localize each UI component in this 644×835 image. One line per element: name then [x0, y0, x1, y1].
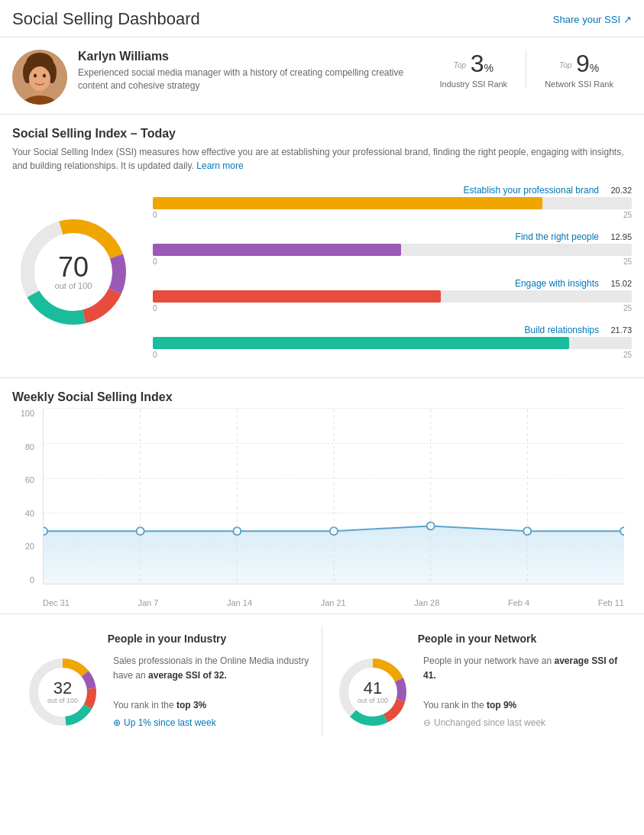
bar-fill-2 — [153, 244, 401, 256]
bar-fill-3 — [153, 290, 441, 303]
bar-label-1: Establish your professional brand — [153, 185, 599, 196]
svg-point-8 — [43, 74, 46, 78]
bar-value-4: 21.73 — [605, 325, 632, 335]
bar-axis-2: 025 — [153, 257, 632, 266]
y-label-20: 20 — [12, 542, 39, 551]
x-axis: Dec 31 Jan 7 Jan 14 Jan 21 Jan 28 Feb 4 … — [43, 598, 624, 607]
network-rank-stat: Top 9% Network SSI Rank — [526, 50, 632, 89]
network-change: ⊖ Unchanged since last week — [423, 716, 620, 730]
bar-axis-4: 025 — [153, 351, 632, 359]
bar-track-1 — [153, 197, 632, 209]
svg-point-5 — [29, 66, 50, 91]
profile-stats: Top 3% Industry SSI Rank Top 9% Network … — [421, 50, 632, 89]
bar-fill-4 — [153, 337, 569, 349]
gridline-80 — [44, 443, 624, 444]
share-ssi-label: Share your SSI — [553, 14, 620, 25]
x-label-3: Jan 21 — [321, 598, 346, 607]
ssi-today-section: Social Selling Index – Today Your Social… — [0, 115, 644, 378]
bar-axis-3: 025 — [153, 304, 632, 312]
page-header: Social Selling Dashboard Share your SSI … — [0, 0, 644, 37]
industry-comparison-content: 32 out of 100 Sales professionals in the… — [24, 654, 309, 730]
external-link-icon: ↗ — [623, 14, 632, 25]
y-label-60: 60 — [12, 475, 39, 484]
bar-label-3: Engage with insights — [153, 278, 599, 289]
bar-track-2 — [153, 244, 632, 256]
network-score: 41 — [358, 680, 388, 697]
gridline-60 — [44, 478, 624, 479]
share-ssi-link[interactable]: Share your SSI ↗ — [553, 14, 632, 25]
industry-donut-center: 32 out of 100 — [47, 680, 78, 704]
network-comparison-text: People in your network have an average S… — [423, 654, 620, 730]
industry-mini-donut: 32 out of 100 — [24, 654, 101, 730]
industry-rank-top-label: Top 3% — [439, 50, 507, 78]
network-comparison-title: People in your Network — [335, 633, 620, 645]
ssi-score: 70 — [55, 254, 92, 281]
up-circle-icon: ⊕ — [113, 716, 121, 730]
network-comparison: People in your Network 41 out of 100 — [322, 626, 632, 736]
x-label-0: Dec 31 — [43, 598, 70, 607]
ssi-description: Your Social Selling Index (SSI) measures… — [12, 145, 632, 173]
weekly-ssi-title: Weekly Social Selling Index — [12, 390, 632, 404]
ssi-bar-charts: Establish your professional brand 20.32 … — [153, 185, 632, 359]
main-donut-chart: 70 out of 100 — [12, 211, 134, 333]
network-description: People in your network have an average S… — [423, 654, 620, 683]
industry-comparison: People in your Industry 32 — [12, 626, 322, 736]
ssi-today-title: Social Selling Index – Today — [12, 127, 632, 141]
network-score-label: out of 100 — [358, 697, 388, 704]
bar-value-1: 20.32 — [605, 186, 632, 195]
bar-build-relationships: Build relationships 21.73 025 — [153, 325, 632, 359]
ssi-score-label: out of 100 — [55, 281, 92, 290]
weekly-ssi-section: Weekly Social Selling Index 0 20 40 60 8… — [0, 378, 644, 614]
industry-rank-number: 3 — [471, 50, 484, 77]
avatar — [12, 50, 67, 105]
y-label-80: 80 — [12, 442, 39, 451]
line-chart: 0 20 40 60 80 100 — [12, 409, 632, 607]
chart-body — [43, 409, 624, 584]
y-label-0: 0 — [12, 575, 39, 584]
industry-change-text: Up 1% since last week — [124, 716, 216, 730]
network-change-text: Unchanged since last week — [434, 716, 545, 730]
point-6 — [620, 527, 624, 535]
y-label-100: 100 — [12, 409, 39, 418]
network-rank-number: 9 — [576, 50, 590, 77]
point-0 — [44, 527, 47, 535]
x-label-5: Feb 4 — [508, 598, 529, 607]
x-label-1: Jan 7 — [138, 598, 158, 607]
bar-value-3: 15.02 — [605, 279, 632, 288]
industry-comparison-title: People in your Industry — [24, 633, 309, 645]
donut-center: 70 out of 100 — [55, 254, 92, 290]
network-donut-center: 41 out of 100 — [358, 680, 388, 704]
bar-label-4: Build relationships — [153, 325, 599, 335]
industry-score-label: out of 100 — [47, 697, 78, 704]
x-label-6: Feb 11 — [598, 598, 624, 607]
line-chart-svg — [44, 409, 624, 584]
bar-fill-1 — [153, 197, 542, 209]
industry-comparison-text: Sales professionals in the Online Media … — [113, 654, 309, 730]
industry-change: ⊕ Up 1% since last week — [113, 716, 309, 730]
bar-find-people: Find the right people 12.95 025 — [153, 231, 632, 266]
bar-establish-brand: Establish your professional brand 20.32 … — [153, 185, 632, 219]
profile-bio: Experienced social media manager with a … — [78, 66, 410, 92]
network-rank-top-label: Top 9% — [545, 50, 613, 78]
bar-engage-insights: Engage with insights 15.02 025 — [153, 278, 632, 312]
network-rank-label: Network SSI Rank — [545, 79, 613, 89]
network-comparison-content: 41 out of 100 People in your network hav… — [335, 654, 620, 730]
bar-track-3 — [153, 290, 632, 303]
industry-rank-text: You rank in the top 3% — [113, 698, 309, 713]
learn-more-link[interactable]: Learn more — [196, 160, 243, 171]
bar-axis-1: 025 — [153, 211, 632, 219]
gridline-40 — [44, 513, 624, 513]
ssi-chart-area: 70 out of 100 Establish your professiona… — [12, 185, 632, 359]
bar-track-4 — [153, 337, 632, 349]
x-label-2: Jan 14 — [227, 598, 252, 607]
bar-value-2: 12.95 — [605, 232, 632, 241]
svg-point-7 — [34, 74, 37, 78]
y-label-40: 40 — [12, 509, 39, 518]
network-mini-donut: 41 out of 100 — [335, 654, 411, 730]
industry-rank-stat: Top 3% Industry SSI Rank — [421, 50, 526, 89]
profile-info: Karlyn Williams Experienced social media… — [78, 50, 410, 92]
page-title: Social Selling Dashboard — [12, 9, 200, 29]
neutral-circle-icon: ⊖ — [423, 716, 431, 730]
profile-name: Karlyn Williams — [78, 50, 410, 63]
avatar-image — [12, 50, 67, 105]
